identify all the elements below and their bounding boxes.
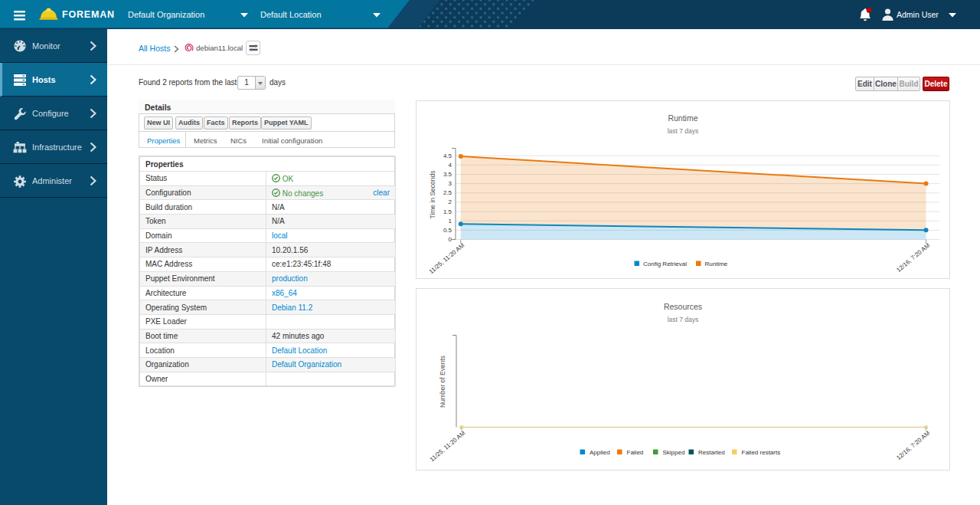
svg-text:2: 2 [449, 198, 452, 205]
svg-text:last 7 days: last 7 days [668, 316, 699, 323]
svg-text:Runtime: Runtime [668, 113, 697, 123]
svg-text:11/25, 11:20 AM: 11/25, 11:20 AM [428, 241, 466, 275]
svg-text:1.5: 1.5 [443, 208, 452, 215]
svg-text:12/16, 7:20 AM: 12/16, 7:20 AM [895, 241, 931, 274]
svg-text:Failed: Failed [627, 449, 644, 456]
svg-text:3: 3 [449, 180, 452, 187]
svg-text:3.5: 3.5 [443, 171, 452, 178]
svg-text:Failed restarts: Failed restarts [742, 449, 781, 456]
svg-text:Config Retrieval: Config Retrieval [643, 261, 687, 267]
svg-text:4: 4 [449, 162, 452, 169]
svg-text:1: 1 [449, 218, 452, 225]
svg-text:12/16, 7:20 AM: 12/16, 7:20 AM [895, 429, 931, 461]
svg-text:Runtime: Runtime [705, 261, 728, 267]
svg-text:0: 0 [449, 236, 452, 243]
svg-text:Time in Seconds: Time in Seconds [429, 171, 436, 219]
svg-text:Applied: Applied [590, 449, 610, 456]
svg-text:0.5: 0.5 [443, 227, 452, 234]
svg-text:Restarted: Restarted [698, 449, 725, 456]
svg-text:Number of Events: Number of Events [439, 356, 446, 408]
svg-text:Resources: Resources [664, 302, 702, 311]
svg-text:2.5: 2.5 [443, 189, 452, 196]
svg-text:last 7 days: last 7 days [668, 127, 699, 135]
svg-text:11/25, 11:20 AM: 11/25, 11:20 AM [429, 429, 467, 463]
svg-text:Skipped: Skipped [663, 449, 685, 456]
svg-text:4.5: 4.5 [443, 152, 452, 159]
